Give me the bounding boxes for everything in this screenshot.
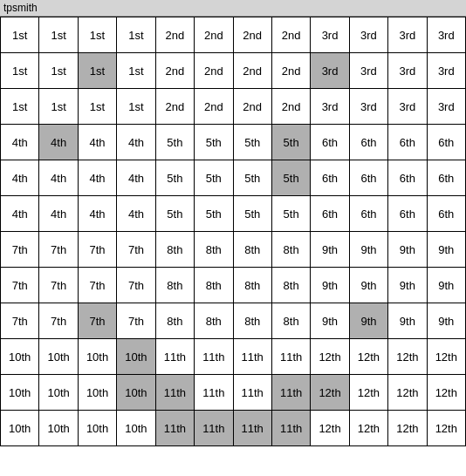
table-row: 9th (311, 268, 349, 303)
table-row: 10th (39, 375, 78, 411)
table-row: 3rd (311, 53, 349, 89)
table-row: 9th (388, 232, 427, 268)
table-row: 8th (234, 232, 272, 268)
table-row: 11th (272, 411, 311, 446)
table-row: 5th (234, 160, 272, 196)
table-row: 6th (311, 196, 349, 232)
table-row: 11th (234, 375, 272, 411)
table-row: 4th (117, 125, 155, 160)
table-row: 10th (39, 411, 78, 446)
table-row: 4th (39, 125, 78, 160)
table-row: 12th (428, 339, 466, 375)
table-row: 11th (234, 411, 272, 446)
table-row: 9th (428, 268, 466, 303)
table-row: 2nd (272, 17, 311, 53)
table-row: 10th (117, 375, 155, 411)
table-row: 5th (272, 125, 311, 160)
table-row: 6th (350, 125, 388, 160)
table-row: 4th (39, 196, 78, 232)
table-row: 10th (79, 339, 117, 375)
table-row: 1st (79, 17, 117, 53)
table-row: 9th (350, 232, 388, 268)
table-row: 5th (156, 125, 195, 160)
table-row: 2nd (272, 53, 311, 89)
table-row: 12th (350, 411, 388, 446)
table-row: 7th (79, 232, 117, 268)
table-row: 12th (311, 339, 349, 375)
app-title: tpsmith (3, 2, 38, 14)
table-row: 8th (156, 268, 195, 303)
table-row: 10th (117, 339, 155, 375)
table-row: 5th (156, 196, 195, 232)
table-row: 4th (79, 160, 117, 196)
table-row: 12th (428, 375, 466, 411)
table-row: 2nd (156, 89, 195, 125)
table-row: 1st (39, 53, 78, 89)
table-row: 12th (388, 375, 427, 411)
table-row: 6th (428, 196, 466, 232)
table-row: 2nd (234, 89, 272, 125)
table-row: 9th (311, 232, 349, 268)
table-row: 10th (79, 411, 117, 446)
table-row: 10th (1, 411, 39, 446)
table-row: 7th (39, 303, 78, 339)
table-row: 9th (388, 268, 427, 303)
table-row: 7th (39, 232, 78, 268)
table-row: 3rd (311, 89, 349, 125)
table-row: 8th (195, 232, 233, 268)
table-row: 10th (79, 375, 117, 411)
table-row: 9th (311, 303, 349, 339)
table-row: 8th (234, 268, 272, 303)
table-row: 3rd (428, 53, 466, 89)
table-row: 7th (79, 268, 117, 303)
table-row: 8th (195, 268, 233, 303)
table-row: 8th (234, 303, 272, 339)
table-row: 2nd (195, 89, 233, 125)
table-row: 12th (311, 411, 349, 446)
table-row: 3rd (388, 89, 427, 125)
table-row: 6th (311, 125, 349, 160)
table-row: 4th (79, 196, 117, 232)
table-row: 1st (39, 17, 78, 53)
table-row: 4th (117, 196, 155, 232)
table-row: 11th (156, 339, 195, 375)
table-row: 8th (195, 303, 233, 339)
table-row: 11th (156, 375, 195, 411)
table-row: 1st (79, 53, 117, 89)
table-row: 4th (1, 160, 39, 196)
table-row: 1st (79, 89, 117, 125)
table-row: 6th (311, 160, 349, 196)
table-row: 5th (234, 125, 272, 160)
table-row: 2nd (272, 89, 311, 125)
table-row: 4th (1, 125, 39, 160)
table-row: 1st (117, 17, 155, 53)
table-row: 10th (39, 339, 78, 375)
table-row: 7th (117, 303, 155, 339)
table-row: 11th (195, 375, 233, 411)
table-row: 8th (272, 232, 311, 268)
table-row: 2nd (195, 17, 233, 53)
table-row: 11th (195, 339, 233, 375)
table-row: 4th (1, 196, 39, 232)
table-row: 9th (428, 303, 466, 339)
table-row: 2nd (156, 17, 195, 53)
table-row: 11th (272, 375, 311, 411)
table-row: 11th (272, 339, 311, 375)
table-row: 7th (39, 268, 78, 303)
table-row: 3rd (350, 17, 388, 53)
table-row: 8th (156, 232, 195, 268)
table-row: 7th (1, 303, 39, 339)
table-row: 1st (39, 89, 78, 125)
table-row: 2nd (234, 53, 272, 89)
table-row: 9th (388, 303, 427, 339)
table-row: 7th (117, 232, 155, 268)
table-row: 12th (388, 339, 427, 375)
table-row: 1st (117, 89, 155, 125)
table-row: 6th (428, 160, 466, 196)
table-row: 3rd (428, 17, 466, 53)
table-row: 9th (350, 268, 388, 303)
table-row: 1st (117, 53, 155, 89)
table-row: 10th (1, 375, 39, 411)
table-row: 5th (272, 196, 311, 232)
table-row: 4th (79, 125, 117, 160)
